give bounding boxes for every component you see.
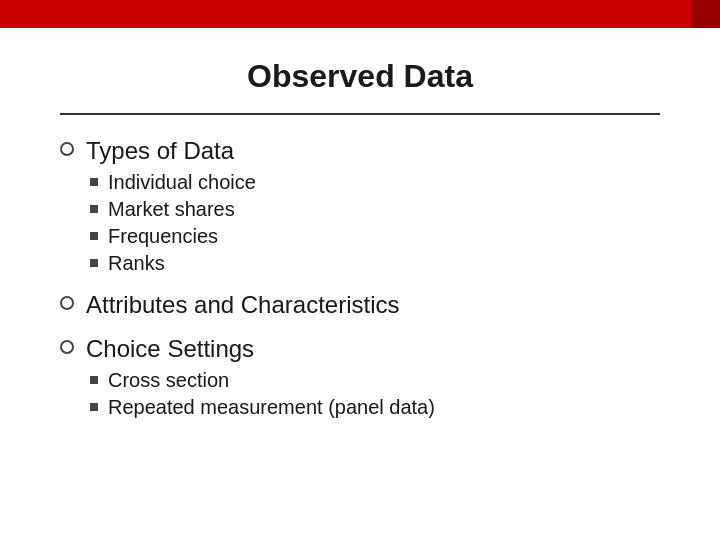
sub-item-market: Market shares [90, 198, 256, 221]
sub-item-frequencies: Frequencies [90, 225, 256, 248]
slide-container: Observed Data Types of Data Individual c… [0, 28, 720, 540]
sub-text-frequencies: Frequencies [108, 225, 218, 248]
bullet-marker-choice [60, 340, 74, 354]
bullet-item-choice: Choice Settings Cross section Repeated m… [60, 335, 660, 419]
title-divider [60, 113, 660, 115]
sub-item-ranks: Ranks [90, 252, 256, 275]
sub-item-individual: Individual choice [90, 171, 256, 194]
bullet-item-types: Types of Data Individual choice Market s… [60, 137, 660, 275]
sub-text-market: Market shares [108, 198, 235, 221]
sub-text-individual: Individual choice [108, 171, 256, 194]
content-area: Types of Data Individual choice Market s… [60, 137, 660, 500]
sub-list-types: Individual choice Market shares Frequenc… [86, 171, 256, 275]
sub-marker-frequencies [90, 232, 98, 240]
bullet-label-attributes: Attributes and Characteristics [86, 291, 399, 319]
bullet-marker-types [60, 142, 74, 156]
slide-title: Observed Data [60, 58, 660, 95]
sub-list-choice: Cross section Repeated measurement (pane… [86, 369, 435, 419]
sub-text-ranks: Ranks [108, 252, 165, 275]
sub-marker-repeated [90, 403, 98, 411]
sub-marker-market [90, 205, 98, 213]
sub-text-repeated: Repeated measurement (panel data) [108, 396, 435, 419]
bullet-marker-attributes [60, 296, 74, 310]
bullet-item-attributes: Attributes and Characteristics [60, 291, 660, 319]
bullet-label-choice: Choice Settings [86, 335, 435, 363]
bullet-content-types: Types of Data Individual choice Market s… [86, 137, 256, 275]
sub-item-repeated: Repeated measurement (panel data) [90, 396, 435, 419]
sub-text-cross: Cross section [108, 369, 229, 392]
sub-marker-cross [90, 376, 98, 384]
sub-marker-ranks [90, 259, 98, 267]
corner-box [692, 0, 720, 28]
sub-item-cross: Cross section [90, 369, 435, 392]
bullet-content-choice: Choice Settings Cross section Repeated m… [86, 335, 435, 419]
sub-marker-individual [90, 178, 98, 186]
bullet-label-types: Types of Data [86, 137, 256, 165]
top-bar [0, 0, 720, 28]
